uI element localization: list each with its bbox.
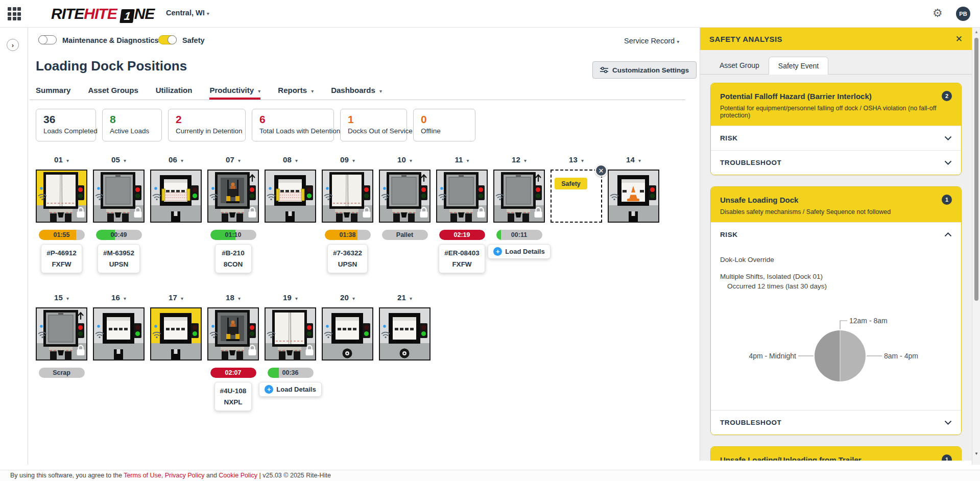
close-icon[interactable]: ✕	[595, 164, 607, 177]
dock-20-tile[interactable]	[322, 307, 373, 360]
dock-09-tile[interactable]	[322, 170, 373, 223]
dock-07-tile[interactable]	[207, 170, 259, 223]
maintenance-diagnostics-toggle[interactable]	[38, 35, 57, 44]
dock-08-selector[interactable]: 08 ▾	[283, 155, 298, 164]
dock-09-load-card[interactable]: #7-36322UPSN	[327, 244, 368, 273]
safety-toggle[interactable]	[158, 35, 177, 44]
dock-16-tile[interactable]	[93, 307, 145, 360]
dock-13-safety-placeholder[interactable]: Safety✕	[551, 170, 602, 223]
tab-productivity[interactable]: Productivity ▾	[209, 86, 260, 100]
terms-of-use-link[interactable]: Terms of Use,	[124, 472, 163, 479]
dock-13-selector[interactable]: 13 ▾	[569, 155, 584, 164]
customization-settings-button[interactable]: Customization Settings	[592, 61, 697, 79]
risk-accordion-toggle[interactable]: RISK	[711, 222, 961, 247]
wifi-dot	[385, 336, 386, 338]
dock-01-load-card[interactable]: #P-46912FXFW	[41, 244, 82, 273]
tab-utilization[interactable]: Utilization	[156, 86, 193, 100]
location-dropdown[interactable]: Central, WI▾	[166, 9, 209, 17]
dock-16-selector[interactable]: 16 ▾	[111, 293, 126, 302]
dock-19-selector[interactable]: 19 ▾	[283, 293, 298, 302]
chevron-down-icon: ▾	[352, 158, 355, 163]
privacy-policy-link[interactable]: Privacy Policy	[165, 472, 205, 479]
dock-10-selector[interactable]: 10 ▾	[397, 155, 412, 164]
dock-21-tile[interactable]	[379, 307, 431, 360]
dock-18-timer-chip: 02:07	[210, 368, 256, 378]
dock-19-load-details-button[interactable]: +Load Details	[259, 382, 321, 397]
safety-event-title: Unsafe Loading/Unloading from Trailer	[720, 455, 862, 461]
safety-event-card-header[interactable]: Potential Falloff Hazard (Barrier Interl…	[711, 83, 961, 126]
trailer-stand-wheel-icon	[400, 349, 410, 358]
close-icon[interactable]: ✕	[955, 35, 963, 43]
dock-15-selector[interactable]: 15 ▾	[54, 293, 69, 302]
vertical-scrollbar[interactable]: ▲ ▼	[972, 28, 980, 465]
timer-text: 01:38	[325, 230, 371, 240]
dock-07-selector[interactable]: 07 ▾	[226, 155, 241, 164]
dock-11-tile[interactable]	[436, 170, 488, 223]
tab-asset-groups[interactable]: Asset Groups	[88, 86, 138, 100]
dock-05-tile[interactable]	[93, 170, 145, 223]
status-dot	[211, 325, 214, 327]
stat-label: Total Loads with Detention	[259, 127, 326, 135]
dock-05-selector[interactable]: 05 ▾	[111, 155, 126, 164]
sidebar-expand-button[interactable]: ›	[7, 39, 19, 51]
dock-position-01: 01 ▾01:55#P-46912FXFW	[36, 155, 87, 273]
dock-09-selector[interactable]: 09 ▾	[340, 155, 355, 164]
dock-19-tile[interactable]	[265, 307, 316, 360]
safety-panel-tab-safety-event[interactable]: Safety Event	[769, 57, 828, 75]
cookie-policy-link[interactable]: Cookie Policy	[219, 472, 257, 479]
dock-06-selector[interactable]: 06 ▾	[169, 155, 183, 164]
dock-08-tile[interactable]	[265, 170, 316, 223]
dock-14-selector[interactable]: 14 ▾	[626, 155, 641, 164]
status-dot	[326, 187, 328, 189]
dock-17-selector[interactable]: 17 ▾	[169, 293, 183, 302]
tab-reports[interactable]: Reports ▾	[278, 86, 314, 100]
troubleshoot-accordion-toggle[interactable]: TROUBLESHOOT	[711, 410, 961, 435]
dock-05-load-card[interactable]: #M-63952UPSN	[98, 244, 140, 273]
dock-18-selector[interactable]: 18 ▾	[226, 293, 241, 302]
dock-07-load-card[interactable]: #B-2108CON	[215, 244, 252, 273]
section-tabs: SummaryAsset GroupsUtilizationProductivi…	[30, 86, 685, 100]
chevron-down-icon: ▾	[677, 39, 679, 44]
avatar[interactable]: PB	[956, 7, 970, 21]
dock-17-tile[interactable]	[150, 307, 202, 360]
tab-dashboards[interactable]: Dashboards ▾	[331, 86, 382, 100]
dock-18-load-card[interactable]: #4U-108NXPL	[214, 382, 252, 411]
app-launcher-icon[interactable]	[8, 7, 21, 20]
safety-chip[interactable]: Safety	[555, 178, 587, 189]
stat-value: 8	[110, 113, 154, 126]
traffic-light-icon	[420, 323, 427, 338]
safety-event-description: Disables safety mechanisms / Safety Sequ…	[720, 208, 952, 215]
dock-12-selector[interactable]: 12 ▾	[512, 155, 527, 164]
dock-01-selector[interactable]: 01 ▾	[54, 155, 69, 164]
dock-18-tile[interactable]	[207, 307, 259, 360]
safety-panel-tab-asset-group[interactable]: Asset Group	[710, 57, 769, 74]
troubleshoot-accordion-toggle[interactable]: TROUBLESHOOT	[711, 150, 961, 175]
dock-11-selector[interactable]: 11 ▾	[455, 155, 469, 164]
safety-panel-header: SAFETY ANALYSIS ✕	[700, 28, 972, 50]
dock-10-tile[interactable]	[379, 170, 431, 223]
dock-15-tile[interactable]	[36, 307, 87, 360]
dock-12-tile[interactable]	[493, 170, 545, 223]
dock-21-selector[interactable]: 21 ▾	[397, 293, 412, 302]
scroll-up-arrow[interactable]: ▲	[972, 28, 980, 36]
accordion-label: RISK	[720, 134, 738, 142]
gear-icon[interactable]: ⚙	[933, 7, 943, 20]
risk-accordion-toggle[interactable]: RISK	[711, 126, 961, 150]
dock-01-tile[interactable]	[36, 170, 87, 223]
service-record-dropdown[interactable]: Service Record▾	[624, 37, 679, 45]
dock-20-selector[interactable]: 20 ▾	[340, 293, 355, 302]
load-number: #ER-08403	[444, 248, 479, 259]
dock-06-tile[interactable]	[150, 170, 202, 223]
stat-value: 6	[259, 113, 326, 126]
safety-event-card-header[interactable]: Unsafe Loading/Unloading from Trailer1	[711, 447, 961, 461]
scroll-down-arrow[interactable]: ▼	[972, 449, 980, 458]
sidebar-rail	[28, 28, 28, 465]
scrollbar-thumb[interactable]	[974, 38, 978, 301]
safety-event-card-header[interactable]: Unsafe Loading Dock1Disables safety mech…	[711, 187, 961, 222]
svg-text:8am - 4pm: 8am - 4pm	[884, 352, 918, 360]
dock-11-load-card[interactable]: #ER-08403FXFW	[439, 244, 485, 273]
chevron-down-icon: ▾	[66, 158, 69, 163]
dock-12-load-details-button[interactable]: +Load Details	[488, 244, 550, 259]
tab-summary[interactable]: Summary	[36, 86, 70, 100]
dock-14-tile[interactable]	[608, 170, 659, 223]
